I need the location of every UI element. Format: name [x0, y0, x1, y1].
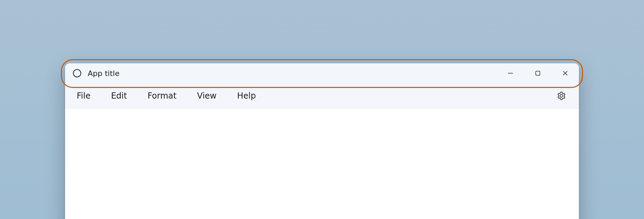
app-circle-icon: [73, 69, 82, 78]
app-title: App title: [88, 69, 120, 78]
menubar: File Edit Format View Help: [65, 83, 579, 108]
svg-rect-2: [536, 71, 540, 75]
close-button[interactable]: [552, 63, 579, 83]
menu-format[interactable]: Format: [137, 83, 187, 108]
gear-icon: [557, 91, 566, 100]
maximize-icon: [535, 70, 541, 76]
titlebar[interactable]: App title: [65, 63, 579, 83]
minimize-icon: [508, 70, 513, 76]
menu-view[interactable]: View: [187, 83, 227, 108]
menu-file[interactable]: File: [73, 83, 101, 108]
app-window: App title File Edit Format View Help: [65, 63, 579, 219]
close-icon: [562, 70, 568, 76]
content-area: [65, 108, 579, 219]
svg-point-0: [73, 69, 81, 77]
menu-edit[interactable]: Edit: [101, 83, 137, 108]
minimize-button[interactable]: [497, 63, 524, 83]
maximize-button[interactable]: [524, 63, 552, 83]
menu-help[interactable]: Help: [227, 83, 266, 108]
settings-button[interactable]: [554, 89, 569, 103]
